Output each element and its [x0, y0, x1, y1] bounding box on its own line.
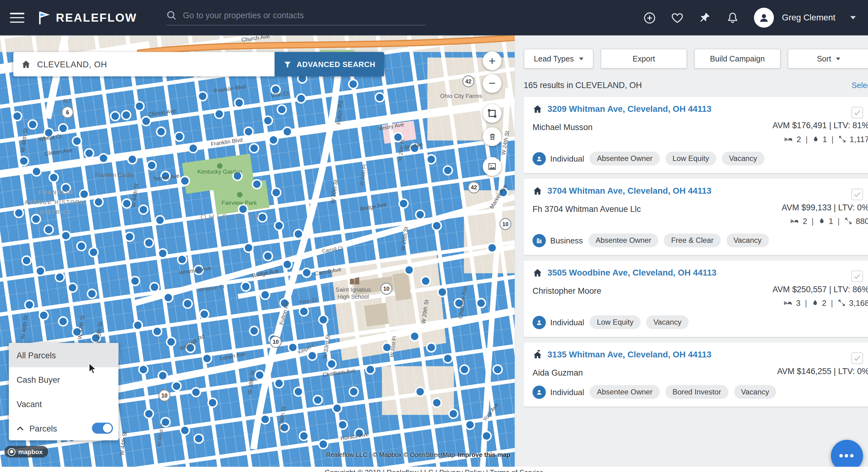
favorites-heart-icon[interactable] — [671, 11, 683, 24]
property-marker[interactable] — [416, 387, 425, 396]
map-style-button[interactable] — [483, 157, 502, 176]
location-search-field[interactable]: CLEVELAND, OH — [13, 52, 275, 76]
zoom-out-button[interactable]: − — [483, 74, 502, 93]
property-marker[interactable] — [215, 110, 224, 119]
property-card[interactable]: 3209 Whitman Ave, Cleveland, OH 44113 Mi… — [524, 97, 868, 173]
property-marker[interactable] — [252, 180, 261, 189]
parcels-toggle[interactable] — [92, 423, 113, 434]
property-marker[interactable] — [20, 157, 28, 166]
property-marker[interactable] — [375, 93, 384, 102]
card-select-checkbox[interactable] — [851, 107, 863, 119]
mapbox-logo[interactable]: mapbox — [4, 446, 48, 458]
property-marker[interactable] — [300, 307, 309, 316]
property-marker[interactable] — [158, 371, 167, 380]
property-card[interactable]: 3135 Whitman Ave, Cleveland, OH 44113 Ai… — [524, 343, 868, 407]
layer-option-all-parcels[interactable]: All Parcels — [9, 343, 119, 367]
export-button[interactable]: Export — [600, 49, 687, 69]
property-marker[interactable] — [44, 225, 53, 234]
property-marker[interactable] — [235, 99, 244, 107]
property-marker[interactable] — [88, 290, 96, 298]
property-marker[interactable] — [139, 365, 148, 374]
user-name[interactable]: Greg Clement — [782, 13, 836, 23]
property-marker[interactable] — [166, 337, 176, 346]
property-marker[interactable] — [416, 210, 425, 219]
select-all-link[interactable]: Select All — [851, 80, 868, 90]
property-marker[interactable] — [49, 173, 58, 182]
property-marker[interactable] — [239, 205, 248, 214]
property-marker[interactable] — [208, 398, 217, 407]
property-marker[interactable] — [122, 110, 131, 120]
property-marker[interactable] — [55, 273, 64, 282]
property-marker[interactable] — [302, 268, 311, 277]
property-marker[interactable] — [133, 321, 143, 330]
property-marker[interactable] — [427, 155, 436, 164]
property-marker[interactable] — [277, 105, 286, 114]
property-marker[interactable] — [260, 415, 270, 424]
property-marker[interactable] — [89, 248, 98, 257]
brand-logo[interactable]: REALEFLOW — [38, 10, 137, 25]
property-marker[interactable] — [172, 382, 181, 391]
property-marker[interactable] — [405, 266, 413, 275]
property-marker[interactable] — [32, 215, 40, 224]
property-marker[interactable] — [272, 188, 281, 197]
property-marker[interactable] — [80, 190, 89, 199]
property-marker[interactable] — [194, 434, 204, 443]
property-address-link[interactable]: 3704 Whitman Ave, Cleveland, OH 44113 — [548, 186, 711, 196]
property-card[interactable]: 3505 Woodbine Ave, Cleveland, OH 44113 C… — [524, 260, 868, 337]
property-marker[interactable] — [308, 351, 317, 360]
property-marker[interactable] — [460, 365, 469, 374]
property-marker[interactable] — [68, 283, 77, 292]
property-marker[interactable] — [300, 432, 309, 440]
property-address-link[interactable]: 3505 Woodbine Ave, Cleveland, OH 44113 — [548, 268, 716, 278]
property-marker[interactable] — [427, 343, 436, 352]
property-marker[interactable] — [135, 102, 144, 111]
property-marker[interactable] — [313, 395, 322, 404]
property-marker[interactable] — [22, 256, 31, 265]
property-marker[interactable] — [142, 117, 151, 126]
property-marker[interactable] — [264, 116, 272, 125]
property-marker[interactable] — [131, 276, 140, 285]
property-marker[interactable] — [157, 127, 166, 136]
property-marker[interactable] — [319, 315, 328, 324]
add-new-icon[interactable] — [643, 11, 656, 24]
property-marker[interactable] — [283, 127, 292, 136]
property-marker[interactable] — [59, 317, 68, 326]
property-marker[interactable] — [175, 132, 184, 141]
property-marker[interactable] — [297, 94, 306, 103]
property-marker[interactable] — [200, 310, 209, 319]
improve-map-link[interactable]: Improve this map — [458, 451, 511, 458]
property-marker[interactable] — [36, 267, 45, 275]
property-marker[interactable] — [294, 387, 303, 396]
property-marker[interactable] — [477, 299, 486, 308]
property-marker[interactable] — [94, 197, 103, 206]
property-marker[interactable] — [155, 215, 164, 225]
user-avatar[interactable] — [754, 8, 773, 28]
lead-types-button[interactable]: Lead Types — [524, 49, 593, 69]
property-marker[interactable] — [241, 282, 250, 291]
property-marker[interactable] — [39, 311, 48, 320]
layer-option-vacant[interactable]: Vacant — [9, 392, 119, 416]
property-marker[interactable] — [111, 112, 120, 121]
property-marker[interactable] — [349, 80, 358, 89]
property-marker[interactable] — [338, 420, 347, 429]
hamburger-menu-icon[interactable] — [10, 13, 24, 23]
build-campaign-button[interactable]: Build Campaign — [694, 49, 780, 69]
property-marker[interactable] — [13, 112, 22, 121]
property-marker[interactable] — [244, 243, 253, 252]
property-marker[interactable] — [203, 354, 211, 363]
property-marker[interactable] — [410, 332, 419, 341]
property-marker[interactable] — [158, 249, 167, 258]
pin-icon[interactable] — [698, 11, 711, 24]
property-marker[interactable] — [449, 409, 458, 418]
property-marker[interactable] — [189, 144, 198, 153]
card-select-checkbox[interactable] — [851, 271, 863, 282]
property-marker[interactable] — [349, 387, 358, 396]
property-marker[interactable] — [275, 379, 283, 388]
property-marker[interactable] — [77, 242, 86, 251]
map-container[interactable]: 4242101010106 Church AveWheat CtFranklin… — [0, 36, 515, 472]
property-marker[interactable] — [288, 343, 298, 352]
property-marker[interactable] — [25, 300, 34, 309]
property-marker[interactable] — [250, 144, 259, 153]
layer-option-cash-buyer[interactable]: Cash Buyer — [9, 367, 119, 392]
sort-button[interactable]: Sort — [787, 49, 868, 69]
